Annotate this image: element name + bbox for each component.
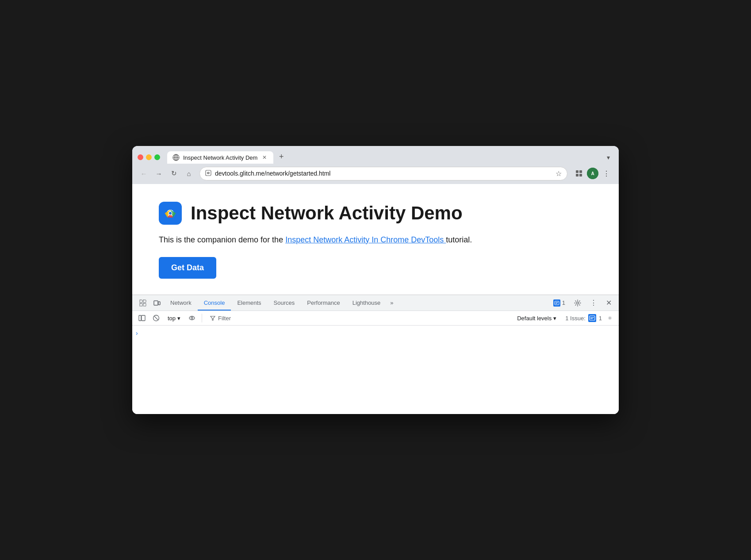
- svg-rect-19: [143, 300, 146, 303]
- tab-lighthouse[interactable]: Lighthouse: [346, 295, 387, 311]
- svg-text:A: A: [591, 171, 594, 176]
- tab-sources[interactable]: Sources: [268, 295, 301, 311]
- svg-point-32: [189, 316, 195, 320]
- page-description: This is the companion demo for the Inspe…: [159, 235, 592, 245]
- issues-count-label: 1 Issue:: [565, 315, 586, 322]
- address-bar[interactable]: devtools.glitch.me/network/getstarted.ht…: [199, 167, 567, 180]
- page-title: Inspect Network Activity Demo: [191, 203, 463, 224]
- inspect-element-button[interactable]: [136, 296, 150, 310]
- context-dropdown-icon: ▾: [177, 315, 180, 322]
- tab-network[interactable]: Network: [164, 295, 198, 311]
- extensions-button[interactable]: [572, 166, 586, 180]
- svg-point-33: [191, 317, 193, 319]
- svg-rect-29: [142, 315, 145, 321]
- tabs-dropdown-button[interactable]: ▾: [603, 152, 613, 163]
- bookmark-icon[interactable]: ☆: [556, 169, 562, 178]
- svg-line-31: [154, 316, 158, 320]
- console-sidebar-button[interactable]: [136, 313, 148, 323]
- page-content: Inspect Network Activity Demo This is th…: [132, 184, 619, 295]
- console-area: ›: [132, 326, 619, 414]
- addressbar-row: ← → ↻ ⌂ devtools.glitch.me/network/getst…: [132, 164, 619, 184]
- issue-count: 1: [562, 299, 565, 306]
- svg-rect-24: [555, 301, 559, 305]
- traffic-lights: [138, 154, 160, 160]
- page-header: Inspect Network Activity Demo: [159, 202, 592, 225]
- filter-area: Filter: [206, 313, 512, 323]
- profile-avatar[interactable]: A: [587, 168, 598, 179]
- svg-rect-18: [140, 300, 142, 303]
- url-text: devtools.glitch.me/network/getstarted.ht…: [215, 170, 552, 177]
- svg-rect-20: [140, 303, 142, 306]
- chrome-menu-button[interactable]: ⋮: [599, 166, 613, 180]
- device-toggle-button[interactable]: [150, 296, 164, 310]
- devtools-link[interactable]: Inspect Network Activity In Chrome DevTo…: [285, 235, 446, 244]
- description-suffix: tutorial.: [446, 235, 472, 244]
- svg-marker-34: [211, 316, 215, 320]
- new-tab-button[interactable]: +: [275, 150, 287, 163]
- devtools-close-button[interactable]: ✕: [602, 295, 615, 311]
- titlebar: Inspect Network Activity Dem ✕ + ▾: [132, 146, 619, 164]
- issues-badge-count: 1: [599, 315, 602, 322]
- svg-point-38: [609, 318, 610, 318]
- svg-rect-28: [139, 315, 141, 321]
- eye-button[interactable]: [186, 313, 198, 323]
- console-caret[interactable]: ›: [136, 330, 138, 337]
- log-level-label: Default levels: [517, 315, 552, 322]
- browser-window: Inspect Network Activity Dem ✕ + ▾ ← → ↻…: [132, 146, 619, 414]
- svg-rect-9: [576, 174, 579, 176]
- issue-icon: [553, 299, 560, 307]
- svg-rect-7: [576, 170, 579, 173]
- issues-count-icon: [588, 314, 596, 322]
- log-level-dropdown-icon: ▾: [553, 315, 556, 322]
- issues-button[interactable]: 1: [550, 298, 569, 308]
- close-window-button[interactable]: [138, 154, 143, 160]
- svg-point-27: [577, 302, 579, 304]
- tab-favicon-icon: [172, 154, 180, 161]
- reload-button[interactable]: ↻: [168, 167, 180, 180]
- tabs-row: Inspect Network Activity Dem ✕ + ▾: [167, 150, 613, 164]
- devtools-tabs: Network Console Elements Sources Perform…: [132, 295, 619, 311]
- svg-rect-22: [154, 301, 158, 305]
- back-button[interactable]: ←: [138, 167, 150, 180]
- forward-button[interactable]: →: [153, 167, 165, 180]
- clear-console-button[interactable]: [150, 313, 162, 323]
- issues-settings-button[interactable]: [605, 313, 615, 323]
- filter-icon: [210, 315, 215, 321]
- issues-count-area: 1 Issue: 1: [565, 313, 615, 323]
- minimize-window-button[interactable]: [146, 154, 152, 160]
- svg-rect-21: [143, 303, 146, 306]
- tab-close-button[interactable]: ✕: [261, 154, 268, 161]
- devtools-settings-button[interactable]: [571, 296, 585, 310]
- tab-console[interactable]: Console: [198, 295, 231, 311]
- tab-elements[interactable]: Elements: [231, 295, 267, 311]
- devtools-panel: Network Console Elements Sources Perform…: [132, 295, 619, 414]
- svg-rect-8: [579, 170, 582, 173]
- svg-point-17: [169, 212, 172, 215]
- tab-performance[interactable]: Performance: [301, 295, 346, 311]
- svg-rect-35: [590, 316, 595, 320]
- home-button[interactable]: ⌂: [183, 167, 195, 180]
- toolbar-icons: A ⋮: [572, 166, 613, 180]
- description-prefix: This is the companion demo for the: [159, 235, 285, 244]
- address-security-icon: [205, 170, 211, 177]
- console-toolbar: top ▾ Filter Default levels ▾: [132, 311, 619, 326]
- devtools-more-button[interactable]: ⋮: [586, 295, 601, 311]
- log-level-button[interactable]: Default levels ▾: [513, 313, 560, 323]
- page-logo: [159, 202, 182, 225]
- get-data-button[interactable]: Get Data: [159, 257, 216, 279]
- devtools-right-actions: 1 ⋮ ✕: [550, 295, 615, 311]
- maximize-window-button[interactable]: [154, 154, 160, 160]
- toolbar-separator: [202, 314, 202, 322]
- active-tab[interactable]: Inspect Network Activity Dem ✕: [167, 151, 273, 164]
- context-label: top: [168, 315, 176, 322]
- more-tabs-button[interactable]: »: [387, 296, 397, 310]
- svg-rect-23: [158, 302, 160, 305]
- context-selector[interactable]: top ▾: [164, 313, 184, 323]
- filter-label: Filter: [218, 315, 231, 322]
- svg-rect-10: [579, 174, 582, 176]
- tab-title: Inspect Network Activity Dem: [183, 154, 257, 161]
